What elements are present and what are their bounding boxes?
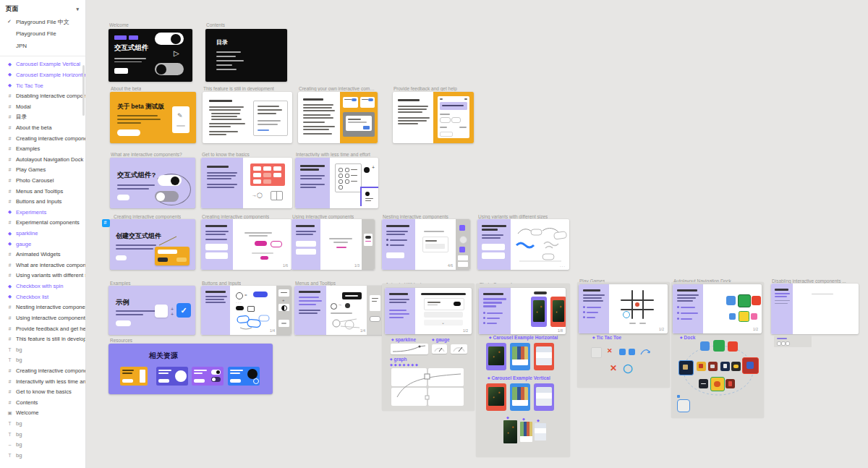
frame-feedback[interactable] bbox=[393, 92, 474, 143]
frame-less-time[interactable]: + bbox=[295, 158, 378, 208]
frame-label[interactable]: Using interactive components bbox=[292, 214, 354, 219]
x-piece[interactable]: ✕ bbox=[607, 347, 613, 354]
frame-variants-sizes[interactable]: . . . bbox=[477, 219, 569, 270]
component-label-carousel-h[interactable]: ◆Carousel Example Horizontal bbox=[489, 335, 558, 340]
frame-resources[interactable]: 相关资源 bbox=[109, 344, 273, 394]
layer-item[interactable]: Modal bbox=[0, 101, 85, 112]
frame-label[interactable]: Contents bbox=[206, 22, 225, 27]
layer-item[interactable]: Examples bbox=[0, 143, 85, 154]
scrollbar-thumb[interactable] bbox=[82, 65, 85, 116]
frame-label[interactable]: Creating interactive components bbox=[202, 214, 269, 219]
resource-card-yellow[interactable] bbox=[120, 367, 148, 386]
frame-about-beta[interactable]: 关于 beta 测试版 ✎ bbox=[110, 92, 196, 143]
frame-label[interactable]: About the beta bbox=[111, 86, 141, 91]
frame-animated-widgets[interactable]: ⌄ 1/2 bbox=[385, 288, 472, 334]
layer-item[interactable]: This feature is still in development bbox=[0, 333, 85, 344]
layer-item[interactable]: sparkline bbox=[0, 228, 85, 239]
layer-item[interactable]: 目录 bbox=[0, 112, 85, 123]
carousel-variant[interactable] bbox=[486, 383, 506, 411]
frame-label[interactable]: Creating interactive components bbox=[114, 214, 181, 219]
frame-disabling[interactable] bbox=[771, 284, 859, 334]
mini-section[interactable] bbox=[774, 336, 812, 347]
frame-buttons-inputs[interactable]: = · · · + 1/4 bbox=[201, 286, 292, 335]
design-canvas[interactable]: Welcome Contents 交互式组件 ▷ 目录 About the be… bbox=[0, 0, 868, 468]
layer-item[interactable]: Contents bbox=[0, 397, 85, 408]
frame-label[interactable]: Buttons and Inputs bbox=[202, 281, 241, 286]
empty-cell-component[interactable] bbox=[591, 347, 602, 358]
graph-component[interactable] bbox=[391, 368, 464, 407]
layer-item[interactable]: Checkbox with spin bbox=[0, 281, 85, 292]
layer-item[interactable]: Experiments bbox=[0, 207, 85, 218]
component-label-carousel-v[interactable]: ◆Carousel Example Vertical bbox=[488, 375, 550, 380]
frame-in-development[interactable] bbox=[203, 92, 292, 143]
variant-diamond-row[interactable]: ◆◆◆◆◆◆◆ bbox=[390, 362, 420, 367]
chevron-down-icon[interactable]: ▾ bbox=[76, 7, 79, 12]
frame-nesting[interactable]: 4/6 bbox=[382, 219, 470, 270]
frame-examples[interactable]: 示例 ++ bbox=[109, 286, 195, 335]
carousel-variant[interactable] bbox=[486, 343, 506, 370]
game-icon[interactable] bbox=[678, 360, 694, 375]
layer-item[interactable]: bg bbox=[0, 439, 85, 450]
frame-label[interactable]: Interactivity with less time and effort bbox=[296, 152, 370, 157]
frame-label[interactable]: Disabling interactive components ... bbox=[772, 278, 846, 284]
frame-label[interactable]: Get to know the basics bbox=[202, 152, 250, 157]
component-label-sparkline[interactable]: ◆sparkline bbox=[391, 337, 416, 342]
dock-variant-red[interactable] bbox=[728, 341, 738, 352]
layer-item[interactable]: Experimental components bbox=[0, 218, 85, 229]
layer-item[interactable]: Animated Widgets bbox=[0, 249, 85, 260]
empty-dock-slot[interactable] bbox=[677, 399, 690, 412]
frame-photo-carousel[interactable]: 1/8 bbox=[479, 288, 566, 334]
resource-card-purple[interactable] bbox=[192, 367, 224, 386]
frame-creating-steps[interactable]: 1/6 bbox=[201, 219, 292, 270]
sparkline-card[interactable] bbox=[391, 344, 428, 354]
game-icon[interactable] bbox=[731, 362, 741, 371]
selected-frame-badge[interactable]: # bbox=[102, 219, 110, 227]
game-icon[interactable] bbox=[699, 379, 708, 388]
layer-item[interactable]: bg bbox=[0, 429, 85, 440]
layer-item[interactable]: Get to know the basics bbox=[0, 386, 85, 397]
layer-item[interactable]: bg bbox=[0, 450, 85, 461]
layer-item[interactable]: Creating interactive components bbox=[0, 133, 85, 144]
gauge-card[interactable] bbox=[451, 344, 467, 354]
dock-variant-green[interactable] bbox=[713, 340, 725, 352]
component-label-dock[interactable]: ◆Dock bbox=[680, 335, 695, 340]
component-label-tictactoe[interactable]: ◆Tic Tac Toe bbox=[592, 335, 621, 340]
frame-label[interactable]: Menus and Tooltips bbox=[295, 281, 336, 286]
page-item[interactable]: ✓ Playground File 中文 bbox=[0, 16, 85, 28]
frame-label[interactable]: What are interactive components? bbox=[111, 152, 182, 157]
layer-item[interactable]: Using variants with different sizes bbox=[0, 271, 85, 281]
frame-label[interactable]: This feature is still in development bbox=[203, 86, 274, 91]
layer-item[interactable]: Tic Tac Toe bbox=[0, 80, 85, 91]
layer-item[interactable]: Photo Carousel bbox=[0, 175, 85, 186]
layer-item[interactable]: Disabling interactive components ... bbox=[0, 90, 85, 101]
frame-label[interactable]: Resources bbox=[110, 338, 132, 343]
frame-basics[interactable]: →◯ bbox=[201, 158, 292, 208]
game-icon[interactable] bbox=[697, 362, 706, 371]
layer-item[interactable]: Carousel Example Vertical bbox=[0, 59, 85, 70]
frame-contents[interactable]: 目录 bbox=[205, 29, 287, 82]
layer-item[interactable]: bg bbox=[0, 418, 85, 429]
carousel-variant[interactable] bbox=[534, 343, 554, 370]
layer-item[interactable]: Welcome bbox=[0, 408, 85, 419]
component-label-gauge[interactable]: ◆gauge bbox=[432, 337, 450, 342]
gauge-card[interactable] bbox=[432, 344, 447, 354]
game-icon[interactable] bbox=[708, 362, 718, 371]
frame-label[interactable]: Using variants with different sizes bbox=[478, 214, 548, 219]
layer-item[interactable]: Autolayout Navigation Dock bbox=[0, 154, 85, 165]
frame-play-games[interactable]: 1/2 bbox=[579, 284, 668, 333]
component-label-graph[interactable]: ◆graph bbox=[390, 357, 407, 362]
carousel-variant[interactable] bbox=[534, 383, 554, 411]
layer-item[interactable]: Buttons and Inputs bbox=[0, 196, 85, 207]
layer-item[interactable]: Using interactive components bbox=[0, 312, 85, 323]
frame-label[interactable]: Welcome bbox=[109, 22, 129, 27]
frame-creating-hero[interactable]: 创建交互式组件 bbox=[110, 219, 195, 270]
frame-what-are[interactable]: 交互式组件? bbox=[110, 158, 195, 208]
game-icon[interactable] bbox=[726, 379, 735, 388]
game-icon-selected[interactable] bbox=[742, 357, 759, 374]
resource-card-indigo[interactable] bbox=[156, 367, 188, 386]
blue-cell-component[interactable] bbox=[619, 349, 626, 355]
layer-item[interactable]: Carousel Example Horizontal bbox=[0, 69, 85, 80]
game-icon[interactable] bbox=[720, 362, 730, 371]
blue-cell-component[interactable] bbox=[629, 349, 635, 355]
frame-label[interactable]: Provide feedback and get help bbox=[393, 86, 457, 91]
